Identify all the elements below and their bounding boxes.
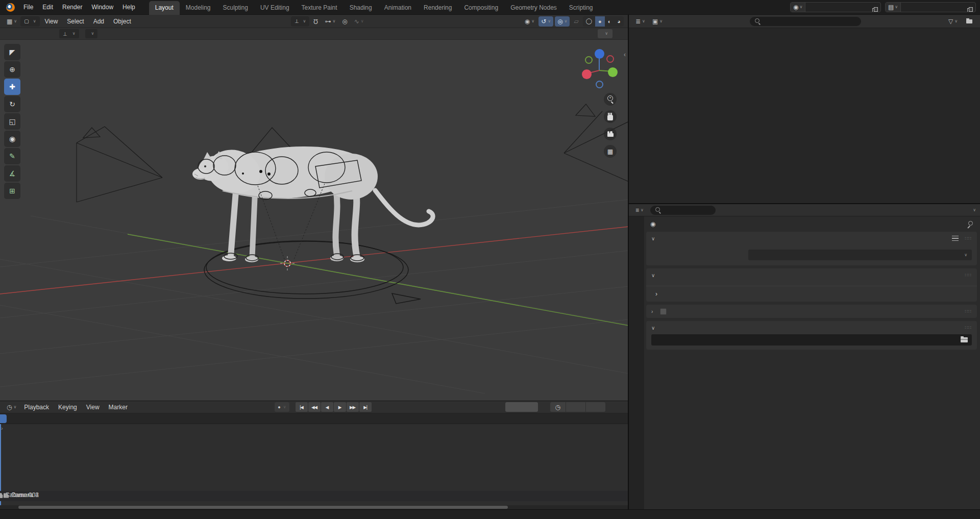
- topbar-menu[interactable]: Window: [87, 2, 118, 12]
- stereoscopy-panel-header[interactable]: › ∷∷: [646, 305, 977, 318]
- tool-scale[interactable]: ◱: [4, 113, 20, 130]
- proportional-falloff-dropdown[interactable]: ∿∨: [352, 16, 366, 27]
- timeline-body[interactable]: › ◆: [0, 424, 628, 505]
- properties-search-input[interactable]: [650, 206, 716, 215]
- pin-icon[interactable]: [967, 221, 973, 227]
- tool-select-box[interactable]: ◤: [4, 44, 20, 60]
- sidebar-toggle[interactable]: ‹: [624, 51, 626, 58]
- shading-solid[interactable]: ●: [595, 16, 605, 27]
- gizmo-minus-x-axis[interactable]: [606, 55, 614, 63]
- outliner-editor-type-button[interactable]: ≣∨: [633, 16, 648, 27]
- transport-button[interactable]: ▶: [334, 402, 346, 412]
- tool-transform[interactable]: ◉: [4, 131, 20, 147]
- end-frame-field[interactable]: [585, 402, 605, 412]
- topbar-menu[interactable]: Render: [58, 2, 87, 12]
- workspace-tab[interactable]: Geometry Nodes: [504, 1, 563, 15]
- timeline-ruler[interactable]: -2 -1 0 1 2 3 4 5: [0, 413, 628, 424]
- proportional-editing-toggle[interactable]: ◎: [339, 16, 350, 27]
- show-object-types-dropdown[interactable]: ◉∨: [522, 16, 537, 27]
- viewport-menu[interactable]: View: [41, 16, 62, 27]
- shading-rendered[interactable]: ◕: [614, 16, 624, 27]
- tool-rotate[interactable]: ↻: [4, 96, 20, 112]
- outliner-search-input[interactable]: [750, 17, 861, 26]
- xray-toggle[interactable]: ▱: [571, 16, 581, 27]
- editor-type-button[interactable]: ▦∨: [4, 16, 19, 27]
- gizmo-z-axis[interactable]: [595, 49, 604, 59]
- camera-view-button[interactable]: [604, 128, 617, 140]
- workspace-tab[interactable]: UV Editing: [254, 1, 296, 15]
- gizmo-minus-y-axis[interactable]: [585, 56, 593, 64]
- display-mode-button[interactable]: ▣∨: [650, 16, 665, 27]
- transport-button[interactable]: ◀: [321, 402, 333, 412]
- workspace-tab[interactable]: Compositing: [458, 1, 504, 15]
- overlays-dropdown[interactable]: ◎∨: [555, 16, 570, 27]
- blender-logo-icon[interactable]: [6, 3, 15, 12]
- add-workspace-button[interactable]: [599, 9, 607, 15]
- gizmo-y-axis[interactable]: [608, 67, 618, 77]
- orthographic-toggle-button[interactable]: ▦: [604, 145, 617, 158]
- gizmos-dropdown[interactable]: ↺∨: [538, 16, 553, 27]
- topbar-menu[interactable]: Edit: [38, 2, 58, 12]
- start-frame-field[interactable]: [566, 402, 585, 412]
- current-frame-badge[interactable]: [0, 414, 7, 423]
- workspace-tab[interactable]: Rendering: [418, 1, 458, 15]
- format-panel-header[interactable]: ∨ ∷∷: [646, 232, 977, 245]
- tool-add-cube[interactable]: ⊞: [4, 183, 20, 199]
- workspace-tab[interactable]: Layout: [149, 1, 180, 15]
- viewport-menu[interactable]: Object: [109, 16, 135, 27]
- timeline-editor-type-button[interactable]: ◷∨: [4, 402, 19, 412]
- tool-move[interactable]: ✚: [4, 79, 20, 95]
- use-preview-range-button[interactable]: ◷: [550, 402, 566, 412]
- workspace-tab[interactable]: Modeling: [180, 1, 217, 15]
- options-button[interactable]: ∨: [598, 29, 612, 38]
- transport-button[interactable]: ▶▶: [347, 402, 359, 412]
- timeline-marker[interactable]: ◆ Camera.004: [0, 491, 39, 499]
- output-panel-header[interactable]: ∨ ∷∷: [646, 321, 977, 334]
- drag-setting-dropdown[interactable]: ∨: [85, 29, 98, 38]
- transport-button[interactable]: ◀◀: [308, 402, 321, 412]
- timeline-menu[interactable]: View: [82, 402, 104, 412]
- tool-measure[interactable]: ∡: [4, 165, 20, 182]
- topbar-menu[interactable]: File: [19, 2, 38, 12]
- workspace-tab[interactable]: Animation: [378, 1, 418, 15]
- transport-button[interactable]: ▶|: [359, 402, 372, 412]
- timeline-scrollbar[interactable]: [0, 505, 628, 509]
- drag-grip-icon[interactable]: ∷∷: [965, 273, 972, 278]
- transform-orientation-dropdown[interactable]: ⊥ ∨: [291, 16, 310, 27]
- workspace-tab[interactable]: Sculpting: [217, 1, 254, 15]
- presets-icon[interactable]: [952, 236, 959, 241]
- properties-editor-type-button[interactable]: ≡∨: [633, 205, 646, 215]
- tool-annotate[interactable]: ✎: [4, 148, 20, 164]
- new-collection-button[interactable]: [962, 16, 976, 27]
- view-layer-browse-button[interactable]: ▤∨: [886, 3, 901, 12]
- orientation-setting-dropdown[interactable]: ⊥ ∨: [59, 29, 79, 38]
- time-stretching-subpanel[interactable]: ›: [646, 286, 977, 298]
- folder-icon[interactable]: [961, 337, 968, 342]
- frame-range-panel-header[interactable]: ∨ ∷∷: [646, 268, 977, 282]
- transport-button[interactable]: |◀: [296, 402, 308, 412]
- workspace-tab[interactable]: Shading: [344, 1, 378, 15]
- shading-wireframe[interactable]: ◯: [583, 16, 595, 27]
- pan-button[interactable]: [604, 110, 617, 123]
- drag-grip-icon[interactable]: ∷∷: [965, 236, 972, 241]
- viewport-canvas[interactable]: ◤ ⊕ ✚ ↻ ◱ ◉ ✎ ∡: [0, 40, 628, 401]
- scrollbar-thumb[interactable]: [18, 506, 508, 509]
- tool-cursor[interactable]: ⊕: [4, 61, 20, 78]
- gizmo-minus-z-axis[interactable]: [596, 81, 603, 88]
- workspace-tab[interactable]: Texture Paint: [296, 1, 344, 15]
- workspace-tab[interactable]: Scripting: [563, 1, 599, 15]
- snap-settings-dropdown[interactable]: ⊶∨: [322, 16, 338, 27]
- filter-button[interactable]: ▽∨: [946, 16, 960, 27]
- scene-browse-button[interactable]: ◉∨: [791, 3, 805, 12]
- viewport-menu[interactable]: Add: [89, 16, 108, 27]
- timeline-menu[interactable]: Keying: [54, 402, 81, 412]
- auto-keying-toggle[interactable]: ● ∨: [275, 402, 289, 412]
- gizmo-x-axis[interactable]: [582, 69, 592, 79]
- zoom-button[interactable]: [604, 93, 617, 106]
- shading-material[interactable]: ◐: [605, 16, 615, 27]
- topbar-menu[interactable]: Help: [118, 2, 140, 12]
- timeline-menu[interactable]: Marker: [105, 402, 132, 412]
- current-frame-field[interactable]: [505, 402, 538, 412]
- expand-region-icon[interactable]: ›: [1, 425, 3, 431]
- viewport-menu[interactable]: Select: [63, 16, 88, 27]
